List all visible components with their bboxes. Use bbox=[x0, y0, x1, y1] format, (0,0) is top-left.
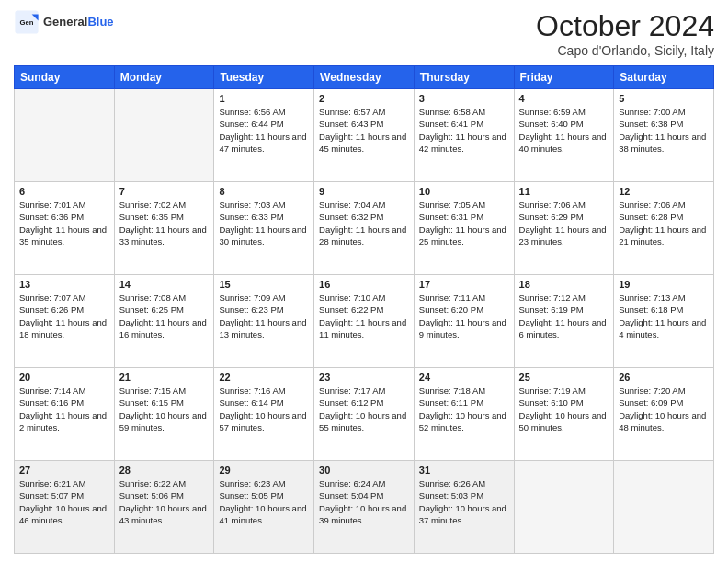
day-number: 11 bbox=[519, 186, 609, 197]
table-row: 25Sunrise: 7:19 AM Sunset: 6:10 PM Dayli… bbox=[514, 368, 614, 461]
day-info: Sunrise: 7:12 AM Sunset: 6:19 PM Dayligh… bbox=[519, 292, 609, 340]
logo-blue: Blue bbox=[87, 15, 113, 29]
col-saturday: Saturday bbox=[614, 66, 714, 89]
table-row bbox=[114, 89, 214, 182]
col-thursday: Thursday bbox=[414, 66, 514, 89]
day-info: Sunrise: 7:14 AM Sunset: 6:16 PM Dayligh… bbox=[19, 385, 109, 433]
day-info: Sunrise: 7:16 AM Sunset: 6:14 PM Dayligh… bbox=[219, 385, 309, 433]
table-row: 17Sunrise: 7:11 AM Sunset: 6:20 PM Dayli… bbox=[414, 275, 514, 368]
day-number: 20 bbox=[19, 372, 109, 383]
day-info: Sunrise: 7:06 AM Sunset: 6:28 PM Dayligh… bbox=[619, 199, 709, 247]
day-number: 7 bbox=[119, 186, 210, 197]
day-number: 16 bbox=[319, 279, 409, 290]
col-friday: Friday bbox=[514, 66, 614, 89]
table-row: 21Sunrise: 7:15 AM Sunset: 6:15 PM Dayli… bbox=[114, 368, 214, 461]
location: Capo d'Orlando, Sicily, Italy bbox=[536, 43, 714, 58]
table-row: 27Sunrise: 6:21 AM Sunset: 5:07 PM Dayli… bbox=[15, 461, 115, 554]
table-row: 30Sunrise: 6:24 AM Sunset: 5:04 PM Dayli… bbox=[314, 461, 415, 554]
table-row: 31Sunrise: 6:26 AM Sunset: 5:03 PM Dayli… bbox=[414, 461, 514, 554]
table-row: 3Sunrise: 6:58 AM Sunset: 6:41 PM Daylig… bbox=[414, 89, 514, 182]
day-number: 13 bbox=[19, 279, 109, 290]
day-info: Sunrise: 7:01 AM Sunset: 6:36 PM Dayligh… bbox=[19, 199, 109, 247]
day-number: 10 bbox=[419, 186, 509, 197]
col-monday: Monday bbox=[114, 66, 214, 89]
day-number: 6 bbox=[19, 186, 109, 197]
table-row: 12Sunrise: 7:06 AM Sunset: 6:28 PM Dayli… bbox=[614, 182, 714, 275]
day-info: Sunrise: 6:59 AM Sunset: 6:40 PM Dayligh… bbox=[519, 106, 609, 155]
month-title: October 2024 bbox=[536, 9, 714, 43]
table-row: 18Sunrise: 7:12 AM Sunset: 6:19 PM Dayli… bbox=[514, 275, 614, 368]
day-number: 31 bbox=[419, 465, 509, 476]
table-row: 4Sunrise: 6:59 AM Sunset: 6:40 PM Daylig… bbox=[514, 89, 614, 182]
day-number: 3 bbox=[419, 93, 509, 104]
calendar-header-row: Sunday Monday Tuesday Wednesday Thursday… bbox=[15, 66, 714, 89]
table-row bbox=[614, 461, 714, 554]
table-row: 20Sunrise: 7:14 AM Sunset: 6:16 PM Dayli… bbox=[15, 368, 115, 461]
day-number: 30 bbox=[319, 465, 409, 476]
title-block: October 2024 Capo d'Orlando, Sicily, Ita… bbox=[536, 9, 714, 58]
table-row: 9Sunrise: 7:04 AM Sunset: 6:32 PM Daylig… bbox=[314, 182, 415, 275]
page-header: Gen GeneralBlue October 2024 Capo d'Orla… bbox=[14, 9, 714, 58]
logo-general: General bbox=[43, 15, 87, 29]
day-info: Sunrise: 6:58 AM Sunset: 6:41 PM Dayligh… bbox=[419, 106, 509, 155]
day-info: Sunrise: 7:13 AM Sunset: 6:18 PM Dayligh… bbox=[619, 292, 709, 340]
col-sunday: Sunday bbox=[15, 66, 115, 89]
table-row: 24Sunrise: 7:18 AM Sunset: 6:11 PM Dayli… bbox=[414, 368, 514, 461]
day-info: Sunrise: 6:26 AM Sunset: 5:03 PM Dayligh… bbox=[419, 477, 509, 526]
day-number: 4 bbox=[519, 93, 609, 104]
day-number: 2 bbox=[319, 93, 409, 104]
day-number: 23 bbox=[319, 372, 409, 383]
day-info: Sunrise: 7:07 AM Sunset: 6:26 PM Dayligh… bbox=[19, 292, 109, 340]
table-row: 13Sunrise: 7:07 AM Sunset: 6:26 PM Dayli… bbox=[15, 275, 115, 368]
table-row: 15Sunrise: 7:09 AM Sunset: 6:23 PM Dayli… bbox=[214, 275, 314, 368]
day-number: 14 bbox=[119, 279, 210, 290]
table-row: 6Sunrise: 7:01 AM Sunset: 6:36 PM Daylig… bbox=[15, 182, 115, 275]
day-number: 1 bbox=[219, 93, 309, 104]
day-number: 29 bbox=[219, 465, 309, 476]
table-row: 14Sunrise: 7:08 AM Sunset: 6:25 PM Dayli… bbox=[114, 275, 214, 368]
day-number: 17 bbox=[419, 279, 509, 290]
calendar-week-row: 1Sunrise: 6:56 AM Sunset: 6:44 PM Daylig… bbox=[15, 89, 714, 182]
table-row: 8Sunrise: 7:03 AM Sunset: 6:33 PM Daylig… bbox=[214, 182, 314, 275]
svg-text:Gen: Gen bbox=[20, 18, 34, 27]
table-row: 28Sunrise: 6:22 AM Sunset: 5:06 PM Dayli… bbox=[114, 461, 214, 554]
table-row: 11Sunrise: 7:06 AM Sunset: 6:29 PM Dayli… bbox=[514, 182, 614, 275]
table-row: 10Sunrise: 7:05 AM Sunset: 6:31 PM Dayli… bbox=[414, 182, 514, 275]
day-number: 9 bbox=[319, 186, 409, 197]
day-info: Sunrise: 7:02 AM Sunset: 6:35 PM Dayligh… bbox=[119, 199, 210, 247]
day-info: Sunrise: 7:17 AM Sunset: 6:12 PM Dayligh… bbox=[319, 385, 409, 433]
calendar-week-row: 20Sunrise: 7:14 AM Sunset: 6:16 PM Dayli… bbox=[15, 368, 714, 461]
day-info: Sunrise: 7:11 AM Sunset: 6:20 PM Dayligh… bbox=[419, 292, 509, 340]
logo: Gen GeneralBlue bbox=[14, 9, 114, 35]
day-number: 22 bbox=[219, 372, 309, 383]
day-info: Sunrise: 7:08 AM Sunset: 6:25 PM Dayligh… bbox=[119, 292, 210, 340]
day-info: Sunrise: 6:57 AM Sunset: 6:43 PM Dayligh… bbox=[319, 106, 409, 155]
calendar-table: Sunday Monday Tuesday Wednesday Thursday… bbox=[14, 65, 714, 554]
day-info: Sunrise: 7:19 AM Sunset: 6:10 PM Dayligh… bbox=[519, 385, 609, 433]
day-info: Sunrise: 7:05 AM Sunset: 6:31 PM Dayligh… bbox=[419, 199, 509, 247]
day-number: 27 bbox=[19, 465, 109, 476]
table-row: 2Sunrise: 6:57 AM Sunset: 6:43 PM Daylig… bbox=[314, 89, 415, 182]
table-row: 1Sunrise: 6:56 AM Sunset: 6:44 PM Daylig… bbox=[214, 89, 314, 182]
day-info: Sunrise: 7:15 AM Sunset: 6:15 PM Dayligh… bbox=[119, 385, 210, 433]
day-number: 28 bbox=[119, 465, 210, 476]
logo-icon: Gen bbox=[14, 9, 40, 35]
day-info: Sunrise: 7:03 AM Sunset: 6:33 PM Dayligh… bbox=[219, 199, 309, 247]
day-info: Sunrise: 6:56 AM Sunset: 6:44 PM Dayligh… bbox=[219, 106, 309, 155]
day-number: 21 bbox=[119, 372, 210, 383]
table-row: 7Sunrise: 7:02 AM Sunset: 6:35 PM Daylig… bbox=[114, 182, 214, 275]
day-info: Sunrise: 7:00 AM Sunset: 6:38 PM Dayligh… bbox=[619, 106, 709, 155]
day-info: Sunrise: 6:23 AM Sunset: 5:05 PM Dayligh… bbox=[219, 477, 309, 526]
day-info: Sunrise: 7:10 AM Sunset: 6:22 PM Dayligh… bbox=[319, 292, 409, 340]
table-row: 23Sunrise: 7:17 AM Sunset: 6:12 PM Dayli… bbox=[314, 368, 415, 461]
day-number: 24 bbox=[419, 372, 509, 383]
calendar-week-row: 6Sunrise: 7:01 AM Sunset: 6:36 PM Daylig… bbox=[15, 182, 714, 275]
day-number: 25 bbox=[519, 372, 609, 383]
day-number: 15 bbox=[219, 279, 309, 290]
day-number: 8 bbox=[219, 186, 309, 197]
table-row: 29Sunrise: 6:23 AM Sunset: 5:05 PM Dayli… bbox=[214, 461, 314, 554]
table-row: 19Sunrise: 7:13 AM Sunset: 6:18 PM Dayli… bbox=[614, 275, 714, 368]
day-info: Sunrise: 7:09 AM Sunset: 6:23 PM Dayligh… bbox=[219, 292, 309, 340]
table-row: 22Sunrise: 7:16 AM Sunset: 6:14 PM Dayli… bbox=[214, 368, 314, 461]
day-number: 18 bbox=[519, 279, 609, 290]
